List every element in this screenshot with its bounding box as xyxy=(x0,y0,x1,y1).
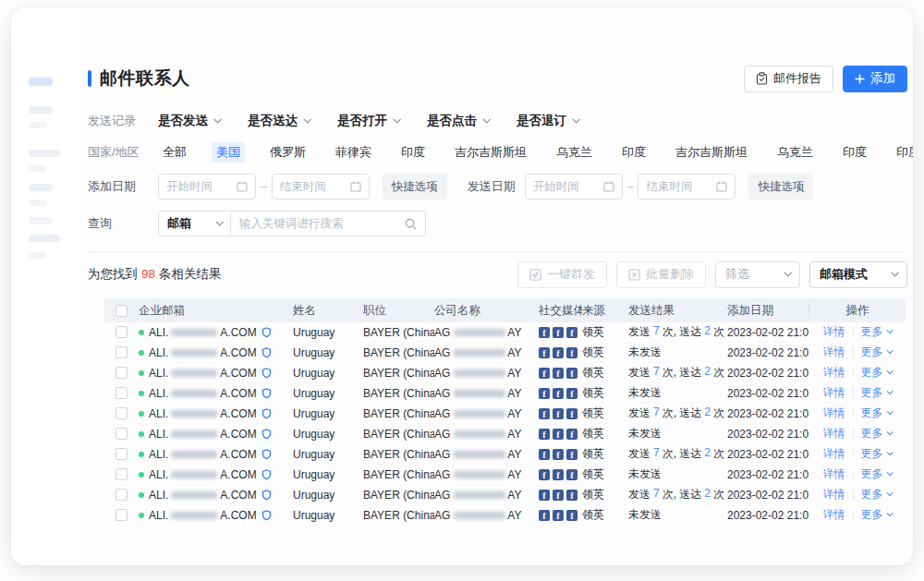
more-link[interactable]: 更多 xyxy=(861,507,892,523)
add-button[interactable]: 添加 xyxy=(843,66,907,92)
send-date-quick-options-button[interactable]: 快捷选项 xyxy=(748,174,813,200)
search-field-select[interactable]: 邮箱 xyxy=(159,212,231,236)
search-icon[interactable] xyxy=(405,218,417,230)
facebook-icon[interactable]: f xyxy=(566,327,578,338)
detail-link[interactable]: 详情 xyxy=(823,385,845,401)
more-link[interactable]: 更多 xyxy=(861,466,892,482)
facebook-icon[interactable]: f xyxy=(553,327,564,338)
facebook-icon[interactable]: f xyxy=(539,449,550,460)
country-chip[interactable]: 乌克兰 xyxy=(772,142,818,163)
detail-link[interactable]: 详情 xyxy=(823,345,845,360)
facebook-icon[interactable]: f xyxy=(539,429,550,440)
more-link[interactable]: 更多 xyxy=(861,405,892,421)
country-chip[interactable]: 俄罗斯 xyxy=(265,142,310,163)
facebook-icon[interactable]: f xyxy=(553,388,564,399)
more-link[interactable]: 更多 xyxy=(861,365,892,381)
detail-link[interactable]: 详情 xyxy=(823,446,845,462)
verify-icon[interactable] xyxy=(261,510,272,521)
country-chip[interactable]: 印度 xyxy=(838,142,871,163)
detail-link[interactable]: 详情 xyxy=(823,507,845,523)
facebook-icon[interactable]: f xyxy=(539,408,550,419)
select-all-checkbox[interactable] xyxy=(116,305,128,317)
facebook-icon[interactable]: f xyxy=(539,388,550,399)
facebook-icon[interactable]: f xyxy=(566,388,578,399)
detail-link[interactable]: 详情 xyxy=(823,405,845,421)
more-link[interactable]: 更多 xyxy=(861,426,892,442)
row-checkbox[interactable] xyxy=(116,407,128,419)
facebook-icon[interactable]: f xyxy=(553,449,564,460)
facebook-icon[interactable]: f xyxy=(539,327,550,338)
add-date-quick-options-button[interactable]: 快捷选项 xyxy=(383,174,447,200)
country-chip[interactable]: 全部 xyxy=(158,142,191,163)
facebook-icon[interactable]: f xyxy=(553,347,564,358)
verify-icon[interactable] xyxy=(261,388,272,399)
verify-icon[interactable] xyxy=(261,327,272,338)
verify-icon[interactable] xyxy=(261,469,272,480)
row-checkbox[interactable] xyxy=(116,509,128,521)
sidebar-skeleton-item[interactable] xyxy=(29,150,60,157)
more-link[interactable]: 更多 xyxy=(861,345,892,360)
facebook-icon[interactable]: f xyxy=(566,429,578,440)
verify-icon[interactable] xyxy=(261,368,272,379)
country-chip[interactable]: 乌克兰 xyxy=(552,142,597,163)
facebook-icon[interactable]: f xyxy=(566,449,578,460)
facebook-icon[interactable]: f xyxy=(539,347,550,358)
detail-link[interactable]: 详情 xyxy=(823,426,845,442)
verify-icon[interactable] xyxy=(261,429,272,440)
filter-dropdown[interactable]: 是否打开 xyxy=(337,113,399,129)
sidebar-skeleton-item[interactable] xyxy=(29,184,53,191)
facebook-icon[interactable]: f xyxy=(539,510,550,521)
detail-link[interactable]: 详情 xyxy=(823,487,845,502)
detail-link[interactable]: 详情 xyxy=(823,365,845,381)
facebook-icon[interactable]: f xyxy=(566,490,578,501)
more-link[interactable]: 更多 xyxy=(861,324,892,340)
detail-link[interactable]: 详情 xyxy=(823,466,845,482)
country-chip[interactable]: 印度 xyxy=(617,142,650,163)
detail-link[interactable]: 详情 xyxy=(823,324,845,340)
filter-dropdown[interactable]: 是否发送 xyxy=(158,113,220,129)
row-checkbox[interactable] xyxy=(116,489,128,501)
sidebar-skeleton-item[interactable] xyxy=(29,122,46,128)
filter-dropdown[interactable]: 是否点击 xyxy=(427,113,489,129)
facebook-icon[interactable]: f xyxy=(553,368,564,379)
verify-icon[interactable] xyxy=(261,347,272,358)
filter-dropdown[interactable]: 是否送达 xyxy=(248,113,310,129)
facebook-icon[interactable]: f xyxy=(566,510,578,521)
mailbox-mode-select[interactable]: 邮箱模式 xyxy=(809,261,907,288)
facebook-icon[interactable]: f xyxy=(539,469,550,480)
verify-icon[interactable] xyxy=(261,449,272,460)
more-link[interactable]: 更多 xyxy=(861,446,892,462)
facebook-icon[interactable]: f xyxy=(566,347,578,358)
send-date-end-input[interactable]: 结束时间 xyxy=(638,174,736,200)
sidebar-skeleton-item[interactable] xyxy=(29,252,46,259)
add-date-start-input[interactable]: 开始时间 xyxy=(158,174,256,200)
filter-dropdown[interactable]: 是否退订 xyxy=(517,113,578,129)
facebook-icon[interactable]: f xyxy=(566,469,578,480)
sidebar-skeleton-item[interactable] xyxy=(29,235,60,242)
filter-select[interactable]: 筛选 xyxy=(715,261,800,288)
send-date-start-input[interactable]: 开始时间 xyxy=(525,174,623,200)
row-checkbox[interactable] xyxy=(116,468,128,480)
bulk-delete-button[interactable]: 批量删除 xyxy=(616,261,706,288)
country-chip[interactable]: 印度 xyxy=(396,142,430,163)
country-chip[interactable]: 吉尔吉斯斯坦 xyxy=(671,142,752,163)
country-chip[interactable]: 印度 xyxy=(892,142,913,163)
sidebar-skeleton-item[interactable] xyxy=(29,165,46,172)
row-checkbox[interactable] xyxy=(116,387,128,399)
sidebar-skeleton-item[interactable] xyxy=(29,106,53,114)
sidebar-item-active[interactable] xyxy=(29,78,53,86)
row-checkbox[interactable] xyxy=(116,346,128,358)
facebook-icon[interactable]: f xyxy=(553,510,564,521)
country-chip[interactable]: 菲律宾 xyxy=(331,142,376,163)
row-checkbox[interactable] xyxy=(116,326,128,338)
facebook-icon[interactable]: f xyxy=(566,368,578,379)
facebook-icon[interactable]: f xyxy=(566,408,578,419)
bulk-send-button[interactable]: 一键群发 xyxy=(517,261,607,288)
facebook-icon[interactable]: f xyxy=(553,429,564,440)
more-link[interactable]: 更多 xyxy=(861,487,892,502)
more-link[interactable]: 更多 xyxy=(861,385,892,401)
row-checkbox[interactable] xyxy=(116,428,128,440)
facebook-icon[interactable]: f xyxy=(553,469,564,480)
sidebar-skeleton-item[interactable] xyxy=(29,217,53,224)
facebook-icon[interactable]: f xyxy=(553,490,564,501)
